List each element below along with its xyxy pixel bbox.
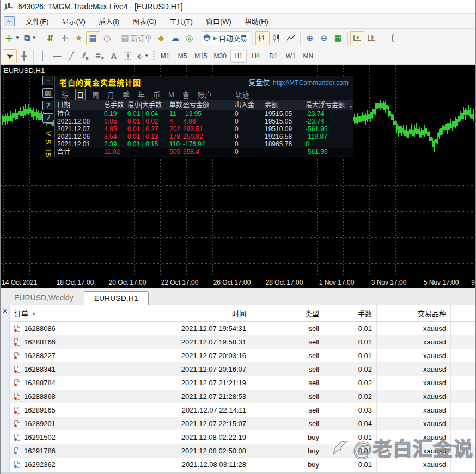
panel-minimize-button[interactable]: − [42,76,53,85]
profiles-button[interactable]: ⧉▼ [22,31,39,45]
orders-column-header-symbol[interactable]: 交易品种 [377,305,451,321]
menu-item-窗[interactable]: 窗口(W) [199,14,238,28]
menu-item-帮[interactable]: 帮助(H) [238,14,275,28]
stats-cell-maxfloat: -23.74 [306,110,356,118]
menu-item-图[interactable]: 图表(C) [126,14,163,28]
order-row[interactable]: 162881662021.12.07 19:58:31sell0.01xauus… [10,335,475,349]
tile-windows-button[interactable]: ▦ [331,31,345,45]
text-tool-button[interactable]: A [107,49,121,63]
stats-row[interactable]: 合计11.02505358.40-561.95 [55,148,353,156]
timeframe-button-M1[interactable]: M1 [157,50,173,63]
bar-chart-button[interactable] [255,31,270,45]
toolbar-separator [199,32,199,45]
panel-draw-button[interactable]: ▨ [42,88,53,98]
order-row[interactable]: 162888682021.12.07 21:28:53sell0.02xauus… [10,390,475,403]
arrows-tool-button[interactable]: ⬖▼ [135,49,151,63]
panel-check-button[interactable]: √ [42,113,53,123]
order-row[interactable]: 162880862021.12.07 19:54:31sell0.01xauus… [10,322,475,335]
crosshair-tool-button[interactable]: ╋ [17,49,31,63]
order-row[interactable]: 162883412021.12.07 20:16:07sell0.02xauus… [10,362,475,376]
stats-link[interactable]: http://MTCommander.com [273,79,349,87]
signals-button[interactable]: ◎ [182,31,197,45]
data-window-button[interactable]: ✛ [58,31,72,45]
candlestick-chart-button[interactable] [270,31,284,45]
timeframe-button-H1[interactable]: H1 [230,50,247,63]
trendline-tool-button[interactable]: ╱ [64,49,78,63]
timeframe-button-H4[interactable]: H4 [248,50,264,63]
fibonacci-tool-button[interactable]: ≣F [93,49,107,63]
zoom-out-button[interactable]: ⊖ [317,31,331,45]
stats-tab-备[interactable]: 备 [181,89,191,100]
timeframe-button-D1[interactable]: D1 [265,50,282,63]
line-chart-button[interactable] [284,31,298,45]
stats-cell-date: 2021.12.01 [57,140,104,148]
menu-item-插[interactable]: 插入(I) [92,14,126,28]
stats-tab-年[interactable]: 年 [137,89,146,100]
stats-row[interactable]: 2021.12.080.050.01 | 0.0244.96019515.05-… [55,118,353,125]
order-row[interactable]: 162892012021.12.07 22:15:07sell0.04xauus… [10,417,475,430]
auto-scroll-button[interactable] [350,31,364,45]
metaeditor-button[interactable]: ◆ [154,31,168,45]
time-axis[interactable]: 14 Oct 202118 Oct 17:0020 Oct 17:0022 Oc… [1,276,475,288]
orders-column-header-type[interactable]: 类型 [251,305,324,321]
orders-column-header-order[interactable]: 订单▲ [10,305,117,321]
stats-tab-币[interactable]: 币 [152,89,161,100]
chart-shift-button[interactable] [364,31,379,45]
stats-row[interactable]: 2021.12.012.390.01 | 0.15110-176.9401896… [55,140,353,148]
menu-item-工[interactable]: 工具(T) [163,14,199,28]
chart-tab-EURUSD-Weekly[interactable]: EURUSD,Weekly [4,291,84,305]
order-row[interactable]: 162882272021.12.07 20:03:16sell0.01xauus… [10,349,475,362]
panel-help-button[interactable]: ? [42,101,53,110]
stats-tab-账户[interactable]: 账户 [197,89,213,100]
close-terminal-icon[interactable]: ✕ [2,309,8,314]
timeframe-button-MN[interactable]: MN [300,50,316,63]
stats-tab-季[interactable]: 季 [121,89,131,100]
orders-column-header-filler[interactable] [451,305,475,321]
navigator-button[interactable]: ★ [72,31,86,45]
horizontal-line-tool-button[interactable]: — [50,49,64,63]
order-row[interactable]: 162917862021.12.08 02:50:08buy0.01xauusd [10,444,475,458]
gridline-horizontal [1,185,475,186]
menu-item-文[interactable]: 文件(F) [19,14,56,28]
stats-row[interactable]: 2021.12.063.540.01 | 0.13178250.82019216… [55,133,353,140]
market-watch-button[interactable]: ⇵ [44,31,58,45]
order-row[interactable]: 162915022021.12.08 02:22:19buy0.01xauusd [10,430,475,444]
timeframe-button-W1[interactable]: W1 [283,50,299,63]
order-row[interactable]: 162923622021.12.08 03:11:28buy0.01xauusd [10,458,475,471]
order-row[interactable]: 162887842021.12.07 21:21:19sell0.02xauus… [10,376,475,390]
timeframe-button-M30[interactable]: M30 [211,50,229,63]
order-lots-cell: 0.04 [324,417,377,430]
stats-tab-日[interactable]: 日 [76,89,85,100]
orders-column-header-time[interactable]: 时间 [117,305,251,321]
menu-item-显[interactable]: 显示(V) [56,14,92,28]
stats-row[interactable]: 持仓0.190.01 | 0.0411-13.95019515.05-23.74 [55,110,353,118]
stats-cell-inout: 0 [235,133,265,140]
vertical-line-tool-button[interactable]: │ [36,49,50,63]
stats-tab-综[interactable]: 综 [60,89,70,100]
stats-scroll-icon[interactable]: ▾ [350,102,352,112]
chart-tab-EURUSD-H1[interactable]: EURUSD,H1 [84,291,149,305]
publish-button[interactable]: ☁ [168,31,182,45]
stats-tab-月[interactable]: 月 [106,89,115,100]
cursor-tool-button[interactable]: ➤ [3,49,17,63]
zoom-in-button[interactable]: ⊕ [303,31,317,45]
orders-header-row[interactable]: 订单▲时间类型手数交易品种 [10,305,475,322]
channel-tool-button[interactable]: ⫽E [78,49,93,63]
orders-column-header-lots[interactable]: 手数 [324,305,377,321]
new-chart-button[interactable]: ＋▼ [3,31,22,45]
new-order-button[interactable]: ▤新订单 [119,31,154,45]
timeframe-button-M5[interactable]: M5 [174,50,191,63]
stats-tab-M[interactable]: M [167,90,175,99]
stats-tab-轨迹[interactable]: 轨迹 [234,89,251,100]
strategy-tester-button[interactable]: ◷ [100,31,114,45]
text-label-tool-button[interactable]: T [121,49,135,63]
stats-row[interactable]: 2021.12.074.850.01 | 0.27202293.51019510… [55,125,353,133]
order-row[interactable]: 162891652021.12.07 22:14:11sell0.03xauus… [10,403,475,417]
stats-tab-周[interactable]: 周 [91,89,100,100]
terminal-button[interactable]: ▤ [86,31,100,45]
autotrading-button[interactable]: ⛑▶自动交易 [202,31,249,45]
order-ticket-cell: 16288784 [10,376,117,390]
indicators-button[interactable]: 〔 [383,31,398,45]
timeframe-button-M15[interactable]: M15 [192,50,210,63]
chart-area[interactable]: EURUSD,H1 − ▨ ? √ V 5.15 老白的黄金实盘统计图 复盘侠h… [1,65,475,276]
